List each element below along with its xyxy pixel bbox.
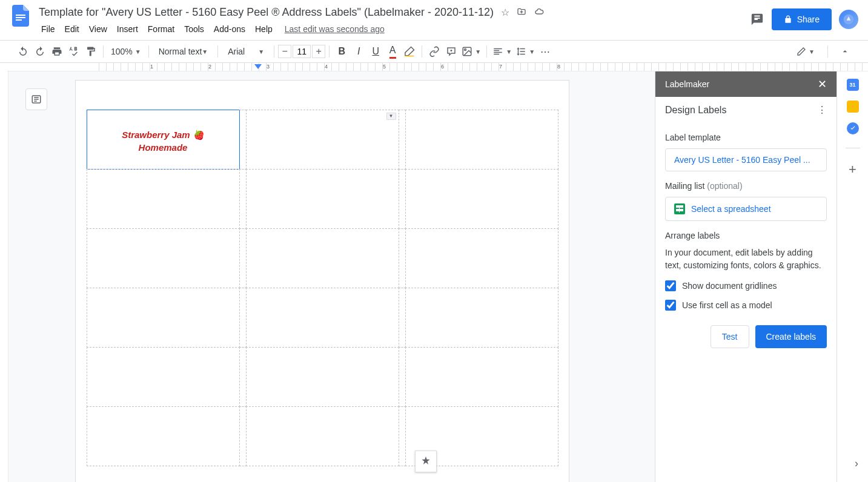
first-cell-label: Use first cell as a model xyxy=(682,300,772,310)
move-icon[interactable] xyxy=(517,7,526,18)
canvas[interactable]: Strawberry Jam 🍓 Homemade ▼ xyxy=(8,71,655,482)
print-button[interactable] xyxy=(50,44,64,59)
tasks-icon[interactable] xyxy=(847,122,859,134)
styles-dropdown[interactable]: Normal text▼ xyxy=(153,47,214,56)
keep-icon[interactable] xyxy=(847,101,859,113)
cell-dropdown-icon[interactable]: ▼ xyxy=(386,113,396,120)
label-cell[interactable] xyxy=(405,110,558,170)
font-size-control: − + xyxy=(278,45,325,58)
editing-mode-button[interactable]: ▼ xyxy=(793,44,818,59)
label-cell[interactable] xyxy=(246,406,399,466)
label-cell[interactable] xyxy=(405,169,558,229)
line-spacing-button[interactable]: ▼ xyxy=(515,44,535,59)
label-cell[interactable] xyxy=(87,406,240,466)
add-icon[interactable]: + xyxy=(849,162,856,177)
font-size-increase[interactable]: + xyxy=(312,45,325,58)
cloud-icon[interactable] xyxy=(534,7,545,18)
highlight-button[interactable] xyxy=(402,44,417,59)
font-size-decrease[interactable]: − xyxy=(278,45,291,58)
label-cell[interactable] xyxy=(246,347,399,407)
spellcheck-button[interactable] xyxy=(67,44,81,59)
label-cell[interactable] xyxy=(87,228,240,288)
italic-button[interactable]: I xyxy=(351,44,366,59)
lock-icon xyxy=(784,15,792,24)
first-cell-checkbox[interactable] xyxy=(665,300,676,311)
gridlines-checkbox-row[interactable]: Show document gridlines xyxy=(665,280,827,291)
underline-button[interactable]: U xyxy=(368,44,383,59)
sheets-icon xyxy=(674,203,685,214)
close-icon[interactable]: ✕ xyxy=(818,78,827,91)
label-cell[interactable] xyxy=(405,288,558,348)
label-cell[interactable]: ▼ xyxy=(246,110,399,170)
toolbar: 100%▼ Normal text▼ Arial▼ − + B I U A ▼ … xyxy=(0,40,868,63)
template-select-button[interactable]: Avery US Letter - 5160 Easy Peel ... xyxy=(665,148,827,171)
last-edit-link[interactable]: Last edit was seconds ago xyxy=(285,24,385,34)
menu-bar: File Edit View Insert Format Tools Add-o… xyxy=(36,21,750,38)
svg-rect-2 xyxy=(16,19,22,21)
undo-button[interactable] xyxy=(16,44,30,59)
gridlines-checkbox[interactable] xyxy=(665,280,676,291)
share-button[interactable]: Share xyxy=(772,8,832,30)
menu-view[interactable]: View xyxy=(84,22,112,36)
user-avatar[interactable] xyxy=(839,10,858,29)
comments-icon[interactable] xyxy=(750,12,764,27)
label-grid: Strawberry Jam 🍓 Homemade ▼ xyxy=(87,110,558,466)
label-cell[interactable] xyxy=(405,228,558,288)
redo-button[interactable] xyxy=(33,44,47,59)
label-cell[interactable] xyxy=(246,228,399,288)
arrange-description: In your document, edit labels by adding … xyxy=(665,246,827,272)
zoom-dropdown[interactable]: 100%▼ xyxy=(107,47,145,56)
paint-format-button[interactable] xyxy=(84,44,98,59)
svg-point-5 xyxy=(465,49,466,51)
indent-marker-icon[interactable] xyxy=(254,64,262,70)
template-section-label: Label template xyxy=(665,133,827,142)
comment-button[interactable] xyxy=(444,44,459,59)
sidebar-subtitle: Design Labels xyxy=(665,105,726,116)
expand-icon[interactable]: › xyxy=(855,457,858,470)
menu-format[interactable]: Format xyxy=(143,22,179,36)
link-button[interactable] xyxy=(427,44,442,59)
menu-help[interactable]: Help xyxy=(250,22,277,36)
label-text[interactable]: Strawberry Jam 🍓 Homemade xyxy=(87,110,239,172)
docs-logo[interactable] xyxy=(10,5,31,27)
arrange-section-label: Arrange labels xyxy=(665,231,827,240)
more-button[interactable]: ⋯ xyxy=(538,44,552,59)
menu-file[interactable]: File xyxy=(36,22,60,36)
text-color-button[interactable]: A xyxy=(385,44,400,59)
label-cell[interactable] xyxy=(87,288,240,348)
outline-toggle[interactable] xyxy=(25,88,47,110)
font-size-input[interactable] xyxy=(293,45,311,58)
document-title[interactable]: Template for "Avery US Letter - 5160 Eas… xyxy=(36,5,496,20)
menu-insert[interactable]: Insert xyxy=(112,22,143,36)
font-dropdown[interactable]: Arial▼ xyxy=(222,47,270,56)
horizontal-ruler[interactable]: 1 2 3 4 5 6 7 8 xyxy=(7,63,868,71)
label-cell[interactable] xyxy=(87,347,240,407)
svg-rect-0 xyxy=(16,15,25,16)
main-area: Strawberry Jam 🍓 Homemade ▼ xyxy=(0,71,868,482)
select-spreadsheet-button[interactable]: Select a spreadsheet xyxy=(665,197,827,221)
label-cell[interactable] xyxy=(405,347,558,407)
calendar-icon[interactable]: 31 xyxy=(847,79,859,91)
more-icon[interactable]: ⋮ xyxy=(817,104,827,116)
label-cell-active[interactable]: Strawberry Jam 🍓 Homemade xyxy=(87,110,240,170)
test-button[interactable]: Test xyxy=(711,325,749,348)
mailing-section-label: Mailing list (optional) xyxy=(665,181,827,191)
menu-addons[interactable]: Add-ons xyxy=(209,22,250,36)
sidebar-subtitle-row: Design Labels ⋮ xyxy=(655,97,837,123)
image-button[interactable]: ▼ xyxy=(461,44,482,59)
document-page[interactable]: Strawberry Jam 🍓 Homemade ▼ xyxy=(75,80,569,482)
bold-button[interactable]: B xyxy=(334,44,349,59)
star-icon[interactable]: ☆ xyxy=(501,7,509,18)
explore-button[interactable] xyxy=(415,451,437,472)
vertical-ruler[interactable] xyxy=(0,71,8,482)
align-button[interactable]: ▼ xyxy=(492,44,512,59)
label-cell[interactable] xyxy=(246,288,399,348)
label-cell[interactable] xyxy=(246,169,399,229)
create-labels-button[interactable]: Create labels xyxy=(755,325,827,348)
menu-tools[interactable]: Tools xyxy=(179,22,209,36)
collapse-button[interactable] xyxy=(838,44,852,59)
menu-edit[interactable]: Edit xyxy=(60,22,84,36)
sidebar-header: Labelmaker ✕ xyxy=(655,71,837,97)
first-cell-checkbox-row[interactable]: Use first cell as a model xyxy=(665,300,827,311)
label-cell[interactable] xyxy=(87,169,240,229)
